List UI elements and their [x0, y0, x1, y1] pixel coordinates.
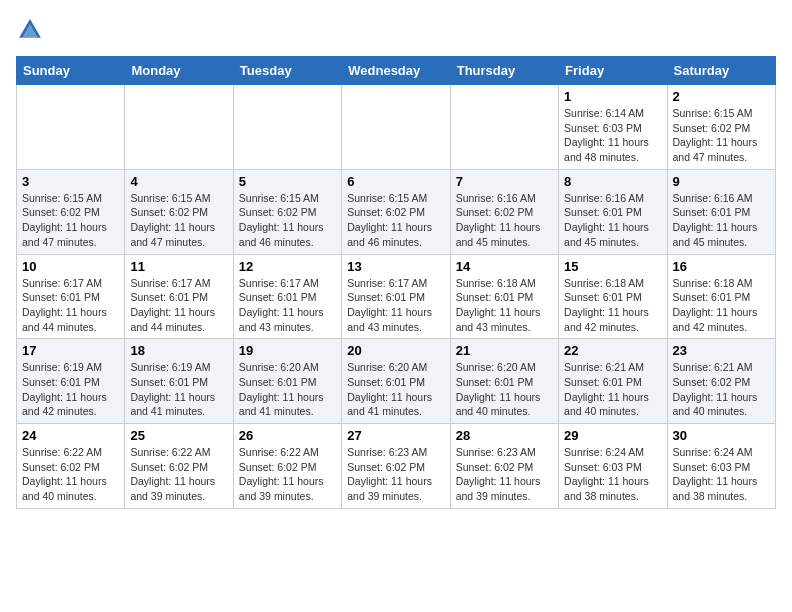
day-info: Sunrise: 6:19 AM Sunset: 6:01 PM Dayligh…	[22, 360, 119, 419]
day-info: Sunrise: 6:24 AM Sunset: 6:03 PM Dayligh…	[673, 445, 770, 504]
day-number: 1	[564, 89, 661, 104]
weekday-header: Thursday	[450, 57, 558, 85]
day-number: 17	[22, 343, 119, 358]
calendar-cell: 24Sunrise: 6:22 AM Sunset: 6:02 PM Dayli…	[17, 424, 125, 509]
day-info: Sunrise: 6:20 AM Sunset: 6:01 PM Dayligh…	[456, 360, 553, 419]
calendar-cell: 20Sunrise: 6:20 AM Sunset: 6:01 PM Dayli…	[342, 339, 450, 424]
calendar-cell: 17Sunrise: 6:19 AM Sunset: 6:01 PM Dayli…	[17, 339, 125, 424]
weekday-header: Sunday	[17, 57, 125, 85]
day-number: 9	[673, 174, 770, 189]
calendar-cell	[233, 85, 341, 170]
day-info: Sunrise: 6:18 AM Sunset: 6:01 PM Dayligh…	[456, 276, 553, 335]
weekday-header: Wednesday	[342, 57, 450, 85]
day-number: 23	[673, 343, 770, 358]
logo-icon	[16, 16, 44, 44]
day-info: Sunrise: 6:22 AM Sunset: 6:02 PM Dayligh…	[239, 445, 336, 504]
calendar-cell: 30Sunrise: 6:24 AM Sunset: 6:03 PM Dayli…	[667, 424, 775, 509]
calendar-cell: 12Sunrise: 6:17 AM Sunset: 6:01 PM Dayli…	[233, 254, 341, 339]
day-info: Sunrise: 6:24 AM Sunset: 6:03 PM Dayligh…	[564, 445, 661, 504]
weekday-header: Friday	[559, 57, 667, 85]
calendar-cell: 16Sunrise: 6:18 AM Sunset: 6:01 PM Dayli…	[667, 254, 775, 339]
day-number: 18	[130, 343, 227, 358]
calendar-week-row: 1Sunrise: 6:14 AM Sunset: 6:03 PM Daylig…	[17, 85, 776, 170]
calendar-cell: 28Sunrise: 6:23 AM Sunset: 6:02 PM Dayli…	[450, 424, 558, 509]
calendar-cell: 25Sunrise: 6:22 AM Sunset: 6:02 PM Dayli…	[125, 424, 233, 509]
day-number: 5	[239, 174, 336, 189]
day-info: Sunrise: 6:15 AM Sunset: 6:02 PM Dayligh…	[130, 191, 227, 250]
logo	[16, 16, 48, 44]
day-info: Sunrise: 6:16 AM Sunset: 6:01 PM Dayligh…	[564, 191, 661, 250]
day-number: 30	[673, 428, 770, 443]
calendar-cell: 22Sunrise: 6:21 AM Sunset: 6:01 PM Dayli…	[559, 339, 667, 424]
calendar-week-row: 17Sunrise: 6:19 AM Sunset: 6:01 PM Dayli…	[17, 339, 776, 424]
calendar-cell	[342, 85, 450, 170]
day-info: Sunrise: 6:21 AM Sunset: 6:02 PM Dayligh…	[673, 360, 770, 419]
calendar-cell: 9Sunrise: 6:16 AM Sunset: 6:01 PM Daylig…	[667, 169, 775, 254]
day-info: Sunrise: 6:22 AM Sunset: 6:02 PM Dayligh…	[22, 445, 119, 504]
day-number: 27	[347, 428, 444, 443]
calendar-cell	[17, 85, 125, 170]
day-number: 11	[130, 259, 227, 274]
day-number: 20	[347, 343, 444, 358]
day-number: 14	[456, 259, 553, 274]
weekday-header: Monday	[125, 57, 233, 85]
calendar-header-row: SundayMondayTuesdayWednesdayThursdayFrid…	[17, 57, 776, 85]
calendar-cell	[125, 85, 233, 170]
calendar-cell: 5Sunrise: 6:15 AM Sunset: 6:02 PM Daylig…	[233, 169, 341, 254]
day-number: 19	[239, 343, 336, 358]
calendar-cell	[450, 85, 558, 170]
day-info: Sunrise: 6:23 AM Sunset: 6:02 PM Dayligh…	[347, 445, 444, 504]
calendar-cell: 27Sunrise: 6:23 AM Sunset: 6:02 PM Dayli…	[342, 424, 450, 509]
day-info: Sunrise: 6:18 AM Sunset: 6:01 PM Dayligh…	[673, 276, 770, 335]
calendar-cell: 14Sunrise: 6:18 AM Sunset: 6:01 PM Dayli…	[450, 254, 558, 339]
day-number: 25	[130, 428, 227, 443]
calendar-cell: 1Sunrise: 6:14 AM Sunset: 6:03 PM Daylig…	[559, 85, 667, 170]
day-number: 21	[456, 343, 553, 358]
calendar-cell: 8Sunrise: 6:16 AM Sunset: 6:01 PM Daylig…	[559, 169, 667, 254]
calendar-cell: 18Sunrise: 6:19 AM Sunset: 6:01 PM Dayli…	[125, 339, 233, 424]
calendar-cell: 21Sunrise: 6:20 AM Sunset: 6:01 PM Dayli…	[450, 339, 558, 424]
day-info: Sunrise: 6:15 AM Sunset: 6:02 PM Dayligh…	[347, 191, 444, 250]
calendar-cell: 3Sunrise: 6:15 AM Sunset: 6:02 PM Daylig…	[17, 169, 125, 254]
day-number: 29	[564, 428, 661, 443]
day-info: Sunrise: 6:22 AM Sunset: 6:02 PM Dayligh…	[130, 445, 227, 504]
day-info: Sunrise: 6:14 AM Sunset: 6:03 PM Dayligh…	[564, 106, 661, 165]
day-info: Sunrise: 6:17 AM Sunset: 6:01 PM Dayligh…	[239, 276, 336, 335]
calendar-week-row: 10Sunrise: 6:17 AM Sunset: 6:01 PM Dayli…	[17, 254, 776, 339]
calendar-cell: 19Sunrise: 6:20 AM Sunset: 6:01 PM Dayli…	[233, 339, 341, 424]
day-info: Sunrise: 6:16 AM Sunset: 6:02 PM Dayligh…	[456, 191, 553, 250]
calendar-week-row: 24Sunrise: 6:22 AM Sunset: 6:02 PM Dayli…	[17, 424, 776, 509]
day-number: 26	[239, 428, 336, 443]
calendar-cell: 7Sunrise: 6:16 AM Sunset: 6:02 PM Daylig…	[450, 169, 558, 254]
page-header	[16, 16, 776, 44]
day-info: Sunrise: 6:21 AM Sunset: 6:01 PM Dayligh…	[564, 360, 661, 419]
calendar-cell: 4Sunrise: 6:15 AM Sunset: 6:02 PM Daylig…	[125, 169, 233, 254]
calendar-cell: 11Sunrise: 6:17 AM Sunset: 6:01 PM Dayli…	[125, 254, 233, 339]
day-number: 16	[673, 259, 770, 274]
day-number: 7	[456, 174, 553, 189]
day-info: Sunrise: 6:20 AM Sunset: 6:01 PM Dayligh…	[347, 360, 444, 419]
calendar-cell: 6Sunrise: 6:15 AM Sunset: 6:02 PM Daylig…	[342, 169, 450, 254]
day-info: Sunrise: 6:15 AM Sunset: 6:02 PM Dayligh…	[239, 191, 336, 250]
calendar-cell: 13Sunrise: 6:17 AM Sunset: 6:01 PM Dayli…	[342, 254, 450, 339]
calendar-cell: 29Sunrise: 6:24 AM Sunset: 6:03 PM Dayli…	[559, 424, 667, 509]
day-number: 8	[564, 174, 661, 189]
day-number: 2	[673, 89, 770, 104]
day-number: 3	[22, 174, 119, 189]
calendar-table: SundayMondayTuesdayWednesdayThursdayFrid…	[16, 56, 776, 509]
day-number: 15	[564, 259, 661, 274]
day-info: Sunrise: 6:15 AM Sunset: 6:02 PM Dayligh…	[673, 106, 770, 165]
day-number: 6	[347, 174, 444, 189]
day-info: Sunrise: 6:17 AM Sunset: 6:01 PM Dayligh…	[130, 276, 227, 335]
calendar-week-row: 3Sunrise: 6:15 AM Sunset: 6:02 PM Daylig…	[17, 169, 776, 254]
day-info: Sunrise: 6:17 AM Sunset: 6:01 PM Dayligh…	[347, 276, 444, 335]
calendar-cell: 2Sunrise: 6:15 AM Sunset: 6:02 PM Daylig…	[667, 85, 775, 170]
day-info: Sunrise: 6:19 AM Sunset: 6:01 PM Dayligh…	[130, 360, 227, 419]
day-number: 24	[22, 428, 119, 443]
day-info: Sunrise: 6:20 AM Sunset: 6:01 PM Dayligh…	[239, 360, 336, 419]
day-number: 22	[564, 343, 661, 358]
calendar-cell: 26Sunrise: 6:22 AM Sunset: 6:02 PM Dayli…	[233, 424, 341, 509]
day-number: 13	[347, 259, 444, 274]
day-info: Sunrise: 6:15 AM Sunset: 6:02 PM Dayligh…	[22, 191, 119, 250]
calendar-cell: 23Sunrise: 6:21 AM Sunset: 6:02 PM Dayli…	[667, 339, 775, 424]
